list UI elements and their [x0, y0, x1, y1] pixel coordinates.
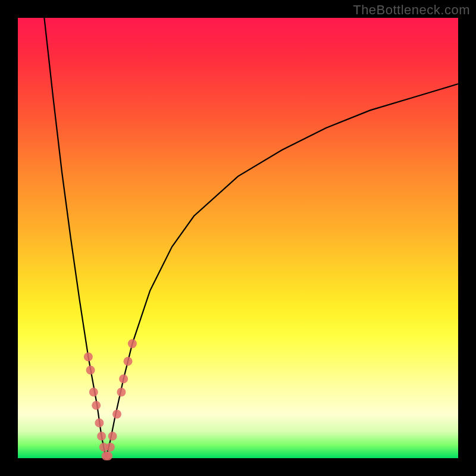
sample-point — [89, 388, 98, 397]
sample-point — [84, 352, 93, 361]
sample-point — [117, 388, 126, 397]
sample-point — [128, 339, 137, 348]
sample-point — [124, 357, 133, 366]
bottleneck-line — [44, 18, 458, 458]
sample-point — [86, 366, 95, 375]
chart-frame: TheBottleneck.com — [0, 0, 476, 476]
bottleneck-curve — [0, 0, 476, 476]
sample-point — [106, 443, 115, 452]
sample-point — [112, 410, 121, 419]
sample-point — [104, 452, 112, 461]
sample-point — [95, 418, 104, 427]
sample-point — [97, 432, 106, 441]
sample-point — [108, 432, 117, 441]
sample-point — [119, 374, 128, 383]
sample-point — [92, 401, 101, 410]
